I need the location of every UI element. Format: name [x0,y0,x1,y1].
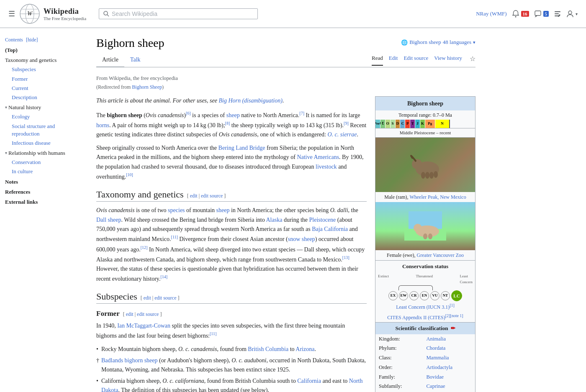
taxonomy-editsource-link[interactable]: edit source [201,193,223,199]
geo-item-carboniferous[interactable]: C [400,120,405,128]
mctaggart-link[interactable]: Ian McTaggart-Cowan [117,323,170,329]
talk-button[interactable]: 5 [534,10,549,18]
lang-count-display: 48 languages [443,39,471,46]
toc-item-references[interactable]: References [5,187,79,197]
disambiguation-link[interactable]: Big Horn (disambiguation) [218,97,282,104]
former-editsource-link[interactable]: edit source [137,311,159,317]
toc-item-current[interactable]: Current [5,84,79,93]
sheep-link[interactable]: sheep [226,112,240,118]
toc-item-top[interactable]: (Top) [5,46,79,55]
baja-link[interactable]: Baja California [312,226,348,232]
ref-11b[interactable]: [11] [210,331,216,336]
ref-9[interactable]: [9] [344,121,349,126]
toc-hide-button[interactable]: [hide] [26,37,38,43]
geo-item-cambrian[interactable]: Ꞓ [380,120,386,128]
wikipedia-logo: W [19,3,40,24]
species-link[interactable]: species [168,207,185,213]
toc-item-conservation[interactable]: Conservation [5,158,79,167]
toc-item-description[interactable]: Description [5,93,79,102]
ref-10[interactable]: [10] [126,172,133,177]
tab-article[interactable]: Article [96,53,124,67]
badlands-link[interactable]: Badlands bighorn sheep [101,357,158,364]
notification-badge: 16 [521,11,529,17]
snow-sheep-link[interactable]: snow sheep [288,236,315,242]
toc-item-subspecies[interactable]: Subspecies [5,65,79,74]
geo-item-precambrian[interactable]: PreꞒ [375,120,380,128]
toc-item-natural-history[interactable]: ▾ Natural history [5,103,79,112]
edit-classification-button[interactable]: ✏ [451,324,455,333]
contribution-icon-button[interactable] [554,10,561,18]
arizona-link[interactable]: Arizona [296,346,314,352]
geo-item-silurian[interactable]: S [391,120,396,128]
ref-14[interactable]: [14] [160,274,167,279]
languages-count[interactable]: Bighorn sheep [409,39,441,46]
tab-viewhistory[interactable]: View history [434,55,462,66]
value-kingdom[interactable]: Animalia [427,336,446,342]
geo-item-ordovician[interactable]: O [386,120,391,128]
cites-anchor[interactable]: CITES Appendix II (CITES)[2][note 1] [387,315,463,320]
sheep-link2[interactable]: sheep [216,207,230,213]
ref-11[interactable]: [11] [171,235,177,239]
menu-button[interactable]: ☰ [8,9,15,18]
geo-item-paleogene[interactable]: Pg [425,120,435,128]
ram-location-link[interactable]: Wheeler Peak, New Mexico [409,194,466,200]
language-link[interactable]: 🌐 Bighorn sheep 48 languages ▾ [401,39,475,46]
cons-badge-ew: EW [399,291,408,300]
ewe-location-link[interactable]: Greater Vancouver Zoo [417,252,464,258]
search-input[interactable] [112,10,253,17]
star-button[interactable]: ☆ [470,55,475,66]
redirected: (Redirected from Bighorn Sheep) [96,83,475,91]
toc-item-taxonomy[interactable]: Taxonomy and genetics [5,56,79,65]
toc-item-infectious[interactable]: Infectious disease [5,138,79,148]
user-link[interactable]: NRay (WMF) [476,10,506,17]
california-link[interactable]: California [297,378,321,384]
user-menu-button[interactable]: ▾ [566,10,578,18]
bc-link[interactable]: British Columbia [248,346,288,352]
subspecies-edit-link[interactable]: edit [144,295,151,301]
horns-link[interactable]: horns [96,122,109,128]
tab-editsource[interactable]: Edit source [404,55,428,66]
cons-items: EX EW CR EN VU NT LC [377,290,473,301]
livestock-link[interactable]: livestock [316,164,337,170]
ref-7[interactable]: [7] [299,111,304,115]
taxonomy-edit-link[interactable]: edit [190,193,198,199]
tab-read[interactable]: Read [372,55,383,66]
notifications-button[interactable]: 16 [512,10,529,18]
north-dakota-link[interactable]: North Dakota [101,378,363,392]
svg-text:W: W [27,10,33,17]
search-bar[interactable] [99,8,258,19]
geo-item-jurassic[interactable]: J [415,120,420,128]
subspecies-editsource-link[interactable]: edit source [154,295,176,301]
toc-item-ecology[interactable]: Ecology [5,112,79,121]
alaska-link[interactable]: Alaska [266,217,282,223]
toc-item-social[interactable]: Social structure and reproduction [5,122,79,138]
ref-6[interactable]: [6] [186,111,191,115]
ewe-image [375,202,475,250]
geo-item-triassic[interactable]: T [410,120,415,128]
ref-13[interactable]: [13] [342,255,350,260]
former-edit-link[interactable]: edit [126,311,134,317]
toc-item-culture[interactable]: In culture [5,167,79,176]
toc-item-external[interactable]: External links [5,197,79,207]
from-wiki: From Wikipedia, the free encyclopedia [96,74,475,82]
bering-link[interactable]: Bering Land Bridge [218,145,265,151]
geo-item-cretaceous[interactable]: K [420,120,425,128]
tab-talk[interactable]: Talk [124,53,146,67]
redirect-link[interactable]: Bighorn Sheep [132,84,162,90]
iucn-anchor[interactable]: Least Concern (IUCN 3.1)[1] [396,304,455,310]
ref-8[interactable]: [8] [225,121,230,126]
toc-section-references: References [5,187,79,197]
ref-12[interactable]: [12] [141,245,148,250]
pleistocene-link[interactable]: Pleistocene [309,217,336,223]
geo-item-devonian[interactable]: D [396,120,401,128]
geo-item-permian[interactable]: P [405,120,410,128]
tab-edit[interactable]: Edit [389,55,398,66]
dall-sheep-link[interactable]: Dall sheep [96,217,121,223]
toc-item-relationship[interactable]: ▾ Relationship with humans [5,149,79,158]
sierrae-link[interactable]: O. c. sierrae [327,131,357,138]
geo-item-neogene[interactable]: N [435,120,450,128]
site-title: Wikipedia [44,7,86,16]
toc-item-former[interactable]: Former [5,74,79,84]
native-americans-link[interactable]: Native Americans [297,154,339,160]
toc-item-notes[interactable]: Notes [5,177,79,187]
